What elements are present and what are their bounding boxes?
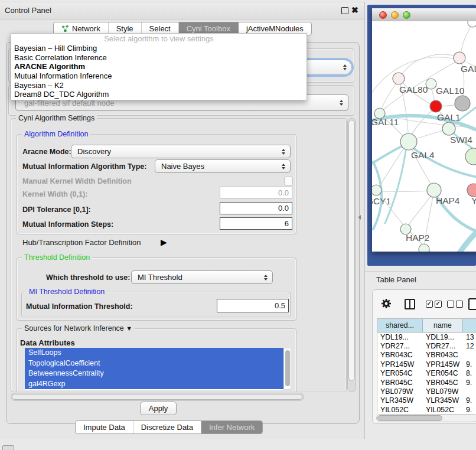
network-node[interactable] bbox=[465, 148, 476, 165]
column-header[interactable]: name bbox=[423, 319, 463, 332]
apply-button[interactable]: Apply bbox=[140, 402, 177, 415]
network-node[interactable] bbox=[430, 100, 442, 112]
settings-gear-icon[interactable] bbox=[380, 298, 392, 312]
algorithm-option[interactable]: Basic Correlation Inference bbox=[11, 53, 307, 63]
bottom-tabbar: Impute DataDiscretize DataInfer Network bbox=[75, 420, 263, 434]
panel-title: Control Panel bbox=[5, 6, 51, 15]
algorithm-option[interactable]: Bayesian – Hill Climbing bbox=[11, 44, 307, 53]
tab-label: Infer Network bbox=[209, 423, 255, 432]
mi-threshold-label: Mutual Information Threshold: bbox=[26, 302, 133, 311]
aracne-mode-combo[interactable]: Discovery bbox=[71, 145, 291, 158]
zoom-window-icon[interactable] bbox=[403, 11, 410, 19]
combo-arrows-icon bbox=[340, 100, 343, 106]
table-header-row: shared...name bbox=[377, 319, 476, 332]
mi-threshold-field[interactable]: 0.5 bbox=[217, 299, 289, 312]
network-node[interactable] bbox=[419, 244, 429, 252]
table-row[interactable]: YBR043CYBR043C bbox=[377, 351, 476, 360]
network-node[interactable] bbox=[455, 96, 470, 111]
table-row[interactable]: YDL19...YDL19...13 bbox=[377, 332, 476, 341]
document-icon[interactable] bbox=[468, 298, 476, 310]
network-edge[interactable] bbox=[377, 190, 433, 192]
aracne-mode-label: Aracne Mode: bbox=[22, 148, 71, 156]
table-cell: YDR27... bbox=[377, 342, 423, 350]
algorithm-option[interactable]: Dream8 DC_TDC Algorithm bbox=[11, 90, 307, 99]
attributes-list-scrollbar[interactable] bbox=[283, 348, 291, 390]
which-threshold-label: Which threshold to use: bbox=[46, 273, 130, 282]
mi-steps-label: Mutual Information Steps: bbox=[22, 220, 113, 229]
network-node[interactable] bbox=[393, 73, 405, 84]
network-node[interactable] bbox=[467, 184, 476, 197]
mi-steps-field[interactable]: 6 bbox=[220, 217, 292, 230]
table-row[interactable]: YER054CYER054C8. bbox=[377, 369, 476, 378]
column-header[interactable]: shared... bbox=[377, 319, 423, 332]
network-node[interactable] bbox=[372, 185, 382, 195]
attribute-list-item[interactable]: TopologicalCoefficient bbox=[25, 358, 283, 369]
table-cell: 8. bbox=[463, 369, 476, 377]
network-node-label: HAP4 bbox=[436, 195, 460, 206]
table-h-scrollbar[interactable] bbox=[376, 414, 476, 422]
network-edge[interactable] bbox=[380, 80, 399, 113]
select-all-checked-icon[interactable] bbox=[426, 301, 442, 308]
network-node-label: SWI4 bbox=[450, 135, 472, 145]
network-edge[interactable] bbox=[372, 144, 406, 168]
float-window-icon[interactable] bbox=[341, 7, 348, 14]
data-attributes-label: Data Attributes bbox=[20, 338, 75, 347]
table-row[interactable]: YLR345WYLR345W9. bbox=[377, 396, 476, 405]
settings-v-scrollbar[interactable] bbox=[347, 118, 356, 392]
network-edge[interactable] bbox=[407, 193, 433, 227]
table-row[interactable]: YIL052CYIL052C9. bbox=[377, 405, 476, 414]
splitter-collapse-icon[interactable] bbox=[358, 215, 361, 220]
algorithm-popup: Select algorithm to view settings Bayesi… bbox=[11, 33, 307, 100]
network-window-titlebar[interactable] bbox=[372, 8, 476, 22]
network-node[interactable] bbox=[468, 21, 476, 27]
attribute-list-item[interactable]: gal4RGexp bbox=[25, 379, 283, 390]
minimize-window-icon[interactable] bbox=[391, 11, 399, 19]
select-none-icon[interactable] bbox=[447, 301, 463, 308]
network-node[interactable] bbox=[454, 52, 465, 64]
table-cell: YBR043C bbox=[423, 351, 463, 359]
table-cell: YDL19... bbox=[423, 333, 463, 341]
table-cell: YBR045C bbox=[423, 379, 463, 387]
close-icon[interactable]: ✖ bbox=[351, 5, 358, 15]
table-cell: 13 bbox=[463, 333, 476, 341]
network-edge[interactable] bbox=[461, 25, 472, 56]
expand-arrow-icon[interactable]: ▶ bbox=[161, 237, 167, 247]
algorithm-option[interactable]: ARACNE Algorithm bbox=[11, 62, 307, 71]
tab-label: Style bbox=[116, 24, 133, 33]
tab-impute-data[interactable]: Impute Data bbox=[76, 421, 133, 433]
network-canvas[interactable]: GALGAL80GAL10GAL11GAL1SWI4GAL4GCY1HAP4YH… bbox=[372, 21, 476, 252]
table-row[interactable]: YBR045CYBR045C9. bbox=[377, 378, 476, 387]
network-node[interactable] bbox=[442, 122, 455, 135]
tab-discretize-data[interactable]: Discretize Data bbox=[133, 421, 201, 433]
settings-group-title: Cyni Algorithm Settings bbox=[16, 114, 97, 122]
algorithm-option[interactable]: Bayesian – K2 bbox=[11, 81, 307, 90]
mi-type-label: Mutual Information Algorithm Type: bbox=[22, 162, 146, 171]
combo-arrows-icon bbox=[282, 149, 285, 155]
which-threshold-value: MI Threshold bbox=[138, 273, 182, 282]
network-edge[interactable] bbox=[385, 146, 406, 223]
manual-kernel-checkbox[interactable] bbox=[284, 177, 293, 185]
mi-type-combo[interactable]: Naive Bayes bbox=[155, 159, 291, 173]
table-cell: YBR045C bbox=[377, 379, 423, 387]
split-columns-icon[interactable] bbox=[405, 299, 415, 309]
network-edge[interactable] bbox=[413, 130, 445, 139]
attribute-list-item[interactable]: BetweennessCentrality bbox=[25, 369, 283, 379]
table-cell: 9. bbox=[463, 396, 476, 405]
tab-infer-network[interactable]: Infer Network bbox=[201, 421, 262, 433]
attribute-list-item[interactable]: SelfLoops bbox=[25, 348, 283, 358]
table-panel: shared...name YDL19...YDL19...13YDR27...… bbox=[372, 289, 476, 424]
data-attributes-list[interactable]: SelfLoopsTopologicalCoefficientBetweenne… bbox=[25, 348, 283, 390]
column-header[interactable] bbox=[463, 319, 476, 332]
algorithm-option[interactable]: Mutual Information Inference bbox=[11, 71, 307, 81]
kernel-width-field[interactable]: 0.0 bbox=[220, 187, 292, 199]
table-row[interactable]: YPR145WYPR145W9. bbox=[377, 360, 476, 369]
network-node[interactable] bbox=[400, 133, 417, 150]
which-threshold-combo[interactable]: MI Threshold bbox=[131, 270, 273, 284]
table-row[interactable]: YBL079WYBL079W bbox=[377, 387, 476, 396]
table-row[interactable]: YDR27...YDR27...12 bbox=[377, 341, 476, 350]
dpi-tolerance-field[interactable]: 0.0 bbox=[220, 202, 292, 214]
settings-h-scrollbar[interactable] bbox=[11, 393, 304, 401]
panel-corner-button[interactable] bbox=[2, 445, 14, 450]
table-cell: YDL19... bbox=[377, 333, 423, 341]
close-window-icon[interactable] bbox=[379, 11, 387, 19]
